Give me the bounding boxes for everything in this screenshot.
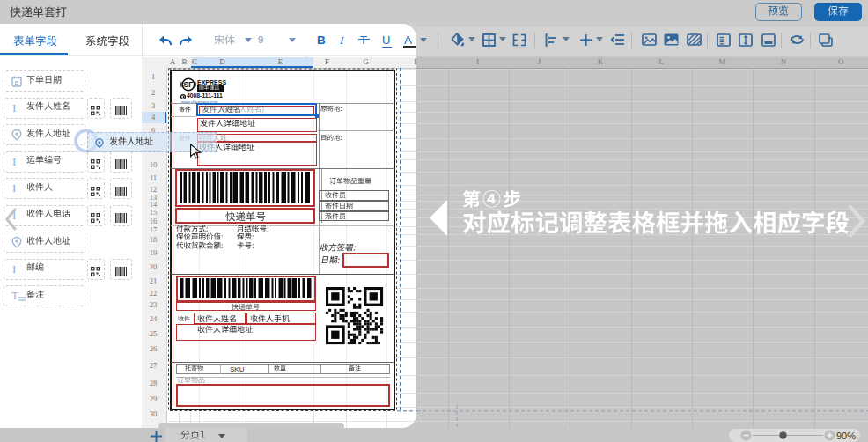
svg-text:SF: SF bbox=[184, 80, 194, 89]
